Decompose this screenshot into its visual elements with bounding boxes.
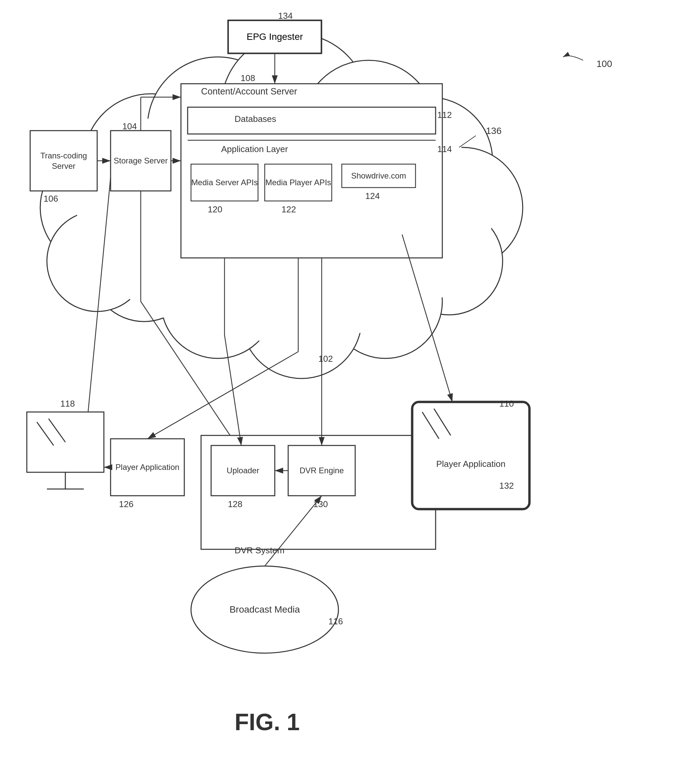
ref-106: 106: [44, 193, 58, 204]
ref-114: 114: [437, 144, 452, 154]
svg-point-13: [161, 245, 275, 358]
broadcast-media-label: Broadcast Media: [191, 590, 338, 630]
dvr-engine-label: DVR Engine: [288, 445, 355, 496]
monitor-screen: [27, 412, 104, 472]
svg-line-27: [87, 178, 111, 422]
ref-110: 110: [499, 399, 514, 409]
ref-126: 126: [119, 499, 133, 509]
media-player-apis-label: Media Player APIs: [265, 164, 332, 201]
dvr-system-label: DVR System: [234, 545, 284, 555]
svg-line-42: [402, 234, 452, 402]
content-server-label: Content/Account Server: [201, 86, 297, 97]
svg-point-14: [91, 214, 198, 321]
svg-line-38: [225, 335, 241, 445]
uploader-label: Uploader: [211, 445, 275, 496]
svg-point-2: [60, 40, 543, 362]
showdrive-label: Showdrive.com: [342, 164, 416, 187]
ref-134: 134: [278, 11, 292, 21]
ref-124: 124: [365, 191, 380, 201]
ref-118: 118: [60, 399, 75, 409]
ref-136: 136: [486, 126, 502, 136]
svg-line-40: [147, 352, 298, 439]
svg-line-17: [459, 136, 476, 147]
svg-point-15: [47, 211, 147, 312]
svg-point-10: [395, 208, 503, 315]
ref-128: 128: [228, 499, 242, 509]
ref-120: 120: [208, 204, 222, 215]
ref-116: 116: [328, 616, 343, 627]
epg-ingester-label: EPG Ingester: [228, 20, 322, 54]
svg-line-32: [37, 422, 54, 445]
ref-104: 104: [122, 121, 137, 132]
fig-title: FIG. 1: [234, 709, 300, 735]
ref-108: 108: [241, 73, 255, 83]
svg-line-31: [434, 409, 451, 435]
databases-box: [188, 107, 436, 134]
svg-line-26: [141, 301, 241, 452]
ref-122: 122: [281, 204, 296, 215]
diagram-svg: 136 100: [0, 0, 700, 763]
svg-point-11: [328, 245, 442, 358]
transcoding-server-label: Trans-coding Server: [30, 131, 97, 191]
ref-102: 102: [318, 354, 333, 364]
application-layer-label: Application Layer: [221, 144, 288, 154]
storage-server-label: Storage Server: [111, 131, 171, 191]
svg-point-12: [241, 258, 362, 379]
player-app-desktop-label: Player Application: [111, 439, 184, 496]
svg-point-8: [365, 97, 492, 225]
ref-132: 132: [499, 481, 514, 491]
svg-line-33: [48, 419, 66, 442]
ref-130: 130: [313, 499, 328, 509]
svg-point-9: [402, 147, 523, 268]
ref-100: 100: [597, 59, 612, 69]
media-server-apis-label: Media Server APIs: [191, 164, 258, 201]
databases-label: Databases: [234, 114, 276, 124]
diagram-container: 136 100: [0, 0, 700, 763]
svg-line-30: [422, 412, 439, 439]
ref-112: 112: [437, 110, 452, 120]
svg-point-6: [221, 33, 369, 181]
